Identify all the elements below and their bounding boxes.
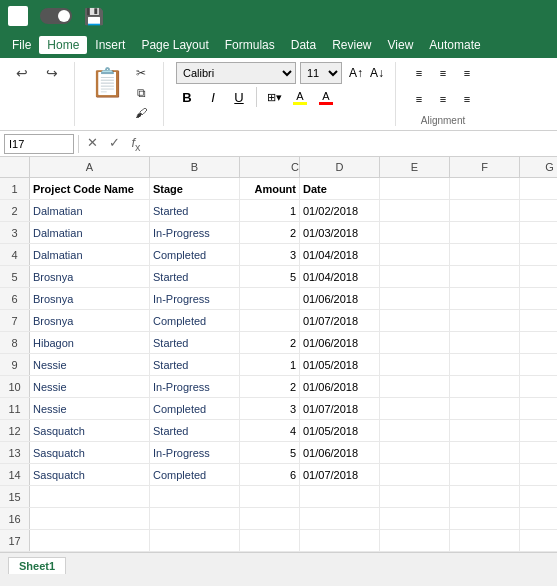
- cell-f16[interactable]: [450, 508, 520, 529]
- cell-e7[interactable]: [380, 310, 450, 331]
- underline-button[interactable]: U: [228, 86, 250, 108]
- menu-review[interactable]: Review: [324, 36, 379, 54]
- cell-a6[interactable]: Brosnya: [30, 288, 150, 309]
- align-center-button[interactable]: ≡: [432, 88, 454, 110]
- cell-f7[interactable]: [450, 310, 520, 331]
- cell-d12[interactable]: 01/05/2018: [300, 420, 380, 441]
- cell-c9[interactable]: 1: [240, 354, 300, 375]
- cell-f11[interactable]: [450, 398, 520, 419]
- cell-a1[interactable]: Project Code Name: [30, 178, 150, 199]
- menu-file[interactable]: File: [4, 36, 39, 54]
- cell-c2[interactable]: 1: [240, 200, 300, 221]
- cell-d14[interactable]: 01/07/2018: [300, 464, 380, 485]
- autosave-toggle[interactable]: [40, 8, 72, 24]
- cell-e1[interactable]: [380, 178, 450, 199]
- cell-d10[interactable]: 01/06/2018: [300, 376, 380, 397]
- cell-a8[interactable]: Hibagon: [30, 332, 150, 353]
- cell-c5[interactable]: 5: [240, 266, 300, 287]
- cell-b1[interactable]: Stage: [150, 178, 240, 199]
- cell-e16[interactable]: [380, 508, 450, 529]
- cell-g17[interactable]: [520, 530, 557, 551]
- cell-d1[interactable]: Date: [300, 178, 380, 199]
- cell-b13[interactable]: In-Progress: [150, 442, 240, 463]
- cell-e13[interactable]: [380, 442, 450, 463]
- menu-data[interactable]: Data: [283, 36, 324, 54]
- cell-c16[interactable]: [240, 508, 300, 529]
- cell-b17[interactable]: [150, 530, 240, 551]
- col-header-d[interactable]: D: [300, 157, 380, 177]
- font-color-button[interactable]: A: [315, 86, 337, 108]
- cell-c15[interactable]: [240, 486, 300, 507]
- redo-button[interactable]: ↪: [38, 62, 66, 84]
- cell-f1[interactable]: [450, 178, 520, 199]
- align-left-button[interactable]: ≡: [408, 88, 430, 110]
- font-name-select[interactable]: Calibri: [176, 62, 296, 84]
- cell-g10[interactable]: [520, 376, 557, 397]
- cell-d11[interactable]: 01/07/2018: [300, 398, 380, 419]
- insert-function-icon[interactable]: fx: [127, 135, 145, 153]
- cell-a12[interactable]: Sasquatch: [30, 420, 150, 441]
- cell-d9[interactable]: 01/05/2018: [300, 354, 380, 375]
- cell-b9[interactable]: Started: [150, 354, 240, 375]
- cell-reference-input[interactable]: [4, 134, 74, 154]
- cell-c12[interactable]: 4: [240, 420, 300, 441]
- cell-g8[interactable]: [520, 332, 557, 353]
- cell-e2[interactable]: [380, 200, 450, 221]
- cell-d17[interactable]: [300, 530, 380, 551]
- cell-b11[interactable]: Completed: [150, 398, 240, 419]
- cell-f4[interactable]: [450, 244, 520, 265]
- cell-b12[interactable]: Started: [150, 420, 240, 441]
- cell-c4[interactable]: 3: [240, 244, 300, 265]
- cell-b8[interactable]: Started: [150, 332, 240, 353]
- col-header-b[interactable]: B: [150, 157, 240, 177]
- cell-e17[interactable]: [380, 530, 450, 551]
- cell-e6[interactable]: [380, 288, 450, 309]
- cell-g9[interactable]: [520, 354, 557, 375]
- col-header-c[interactable]: C: [240, 157, 300, 177]
- cell-e10[interactable]: [380, 376, 450, 397]
- save-icon[interactable]: 💾: [84, 7, 104, 26]
- col-header-a[interactable]: A: [30, 157, 150, 177]
- cell-f9[interactable]: [450, 354, 520, 375]
- cell-g1[interactable]: [520, 178, 557, 199]
- format-painter-button[interactable]: 🖌: [131, 104, 155, 122]
- cell-e9[interactable]: [380, 354, 450, 375]
- cell-e14[interactable]: [380, 464, 450, 485]
- col-header-g[interactable]: G: [520, 157, 557, 177]
- menu-home[interactable]: Home: [39, 36, 87, 54]
- decrease-font-button[interactable]: A↓: [367, 62, 387, 84]
- cell-c10[interactable]: 2: [240, 376, 300, 397]
- undo-button[interactable]: ↩: [8, 62, 36, 84]
- copy-button[interactable]: ⧉: [131, 84, 155, 102]
- cell-b7[interactable]: Completed: [150, 310, 240, 331]
- cancel-formula-icon[interactable]: ✕: [83, 135, 101, 153]
- cell-a2[interactable]: Dalmatian: [30, 200, 150, 221]
- cell-a10[interactable]: Nessie: [30, 376, 150, 397]
- cell-f10[interactable]: [450, 376, 520, 397]
- cell-c1[interactable]: Amount: [240, 178, 300, 199]
- cell-c13[interactable]: 5: [240, 442, 300, 463]
- cell-d8[interactable]: 01/06/2018: [300, 332, 380, 353]
- cell-a11[interactable]: Nessie: [30, 398, 150, 419]
- cell-f2[interactable]: [450, 200, 520, 221]
- font-size-select[interactable]: 11: [300, 62, 342, 84]
- bold-button[interactable]: B: [176, 86, 198, 108]
- cell-d2[interactable]: 01/02/2018: [300, 200, 380, 221]
- cell-f13[interactable]: [450, 442, 520, 463]
- cell-a17[interactable]: [30, 530, 150, 551]
- cell-a5[interactable]: Brosnya: [30, 266, 150, 287]
- cell-b10[interactable]: In-Progress: [150, 376, 240, 397]
- align-right-button[interactable]: ≡: [456, 88, 478, 110]
- borders-button[interactable]: ⊞▾: [263, 86, 285, 108]
- menu-formulas[interactable]: Formulas: [217, 36, 283, 54]
- cell-e11[interactable]: [380, 398, 450, 419]
- menu-view[interactable]: View: [380, 36, 422, 54]
- cell-a15[interactable]: [30, 486, 150, 507]
- cell-f3[interactable]: [450, 222, 520, 243]
- cell-a16[interactable]: [30, 508, 150, 529]
- cell-d15[interactable]: [300, 486, 380, 507]
- cell-b5[interactable]: Started: [150, 266, 240, 287]
- cell-g15[interactable]: [520, 486, 557, 507]
- cell-d16[interactable]: [300, 508, 380, 529]
- cell-g11[interactable]: [520, 398, 557, 419]
